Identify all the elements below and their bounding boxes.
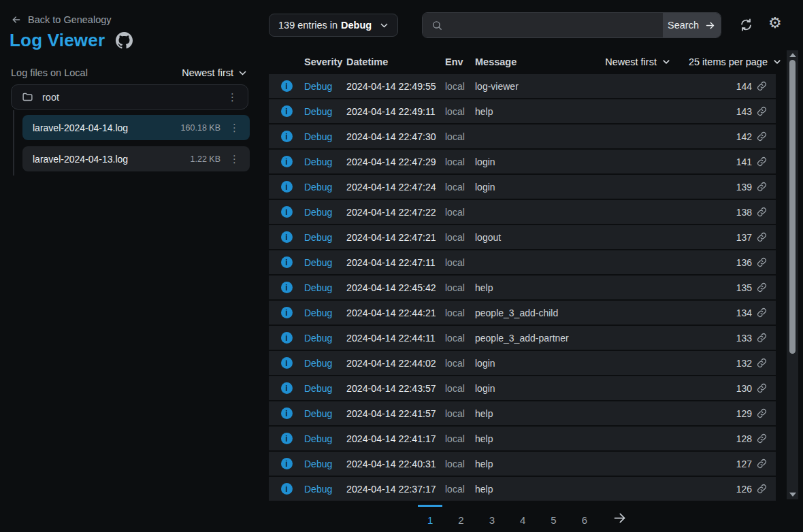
log-file-item[interactable]: laravel-2024-04-14.log 160.18 KB ⋮ xyxy=(22,115,250,140)
log-entry-row[interactable]: i Debug 2024-04-14 22:44:21 local people… xyxy=(269,301,776,325)
log-entry-row[interactable]: i Debug 2024-04-14 22:37:17 local help 1… xyxy=(269,477,776,501)
scrollbar-thumb[interactable] xyxy=(789,60,796,354)
search-input[interactable] xyxy=(423,13,663,37)
link-icon[interactable] xyxy=(757,408,767,418)
files-sort-label: Newest first xyxy=(182,67,233,78)
log-entry-row[interactable]: i Debug 2024-04-14 22:45:42 local help 1… xyxy=(269,276,776,299)
refresh-button[interactable] xyxy=(739,18,753,32)
log-entry-row[interactable]: i Debug 2024-04-14 22:41:57 local help 1… xyxy=(269,401,776,425)
severity-link[interactable]: Debug xyxy=(304,307,346,318)
log-entry-row[interactable]: i Debug 2024-04-14 22:47:11 local 136 xyxy=(269,250,776,274)
file-menu-button[interactable]: ⋮ xyxy=(229,154,240,164)
folder-menu-button[interactable]: ⋮ xyxy=(227,92,237,102)
link-icon[interactable] xyxy=(757,182,767,192)
log-entry-meta: 136 xyxy=(736,257,776,268)
log-entry-row[interactable]: i Debug 2024-04-14 22:40:31 local help 1… xyxy=(269,452,776,476)
search-bar: Search xyxy=(422,12,721,38)
severity-link[interactable]: Debug xyxy=(304,156,346,167)
log-entry-row[interactable]: i Debug 2024-04-14 22:49:55 local log-vi… xyxy=(269,74,776,98)
link-icon[interactable] xyxy=(757,333,767,343)
link-icon[interactable] xyxy=(757,232,767,242)
file-menu-button[interactable]: ⋮ xyxy=(229,122,240,133)
link-icon[interactable] xyxy=(757,282,767,293)
log-entry-row[interactable]: i Debug 2024-04-14 22:44:11 local people… xyxy=(269,326,776,350)
log-index: 135 xyxy=(736,282,752,293)
log-entry-row[interactable]: i Debug 2024-04-14 22:43:57 local login … xyxy=(269,376,776,400)
github-icon[interactable] xyxy=(116,32,133,49)
severity-icon-cell: i xyxy=(269,80,304,92)
severity-link[interactable]: Debug xyxy=(304,459,346,469)
settings-button[interactable]: ⚙ xyxy=(768,16,782,31)
log-entry-row[interactable]: i Debug 2024-04-14 22:47:24 local login … xyxy=(269,175,776,199)
severity-link[interactable]: Debug xyxy=(304,484,346,495)
per-page-label: 25 items per page xyxy=(689,56,768,67)
log-entry-row[interactable]: i Debug 2024-04-14 22:47:30 local 142 xyxy=(269,124,776,148)
log-file-item[interactable]: laravel-2024-04-13.log 1.22 KB ⋮ xyxy=(22,146,250,171)
link-icon[interactable] xyxy=(757,207,767,217)
arrow-right-icon xyxy=(704,20,716,31)
info-icon: i xyxy=(281,483,293,495)
folder-item-root[interactable]: root ⋮ xyxy=(11,84,248,110)
scroll-up-arrow[interactable] xyxy=(789,53,796,57)
log-message: people_3_add-child xyxy=(475,307,736,318)
scrollbar-track[interactable] xyxy=(787,50,798,499)
severity-link[interactable]: Debug xyxy=(304,207,346,218)
severity-link[interactable]: Debug xyxy=(304,433,346,444)
pagination-page[interactable]: 5 xyxy=(541,505,566,526)
info-icon: i xyxy=(281,282,293,293)
severity-link[interactable]: Debug xyxy=(304,383,346,394)
link-icon[interactable] xyxy=(757,383,767,393)
log-entry-meta: 132 xyxy=(736,358,776,369)
severity-link[interactable]: Debug xyxy=(304,182,346,193)
severity-link[interactable]: Debug xyxy=(304,282,346,293)
log-entry-meta: 143 xyxy=(736,106,776,117)
pagination-page[interactable]: 4 xyxy=(510,505,535,526)
scroll-down-arrow[interactable] xyxy=(789,493,796,497)
pagination-next-button[interactable] xyxy=(603,505,627,525)
log-index: 138 xyxy=(736,207,752,218)
log-datetime: 2024-04-14 22:40:31 xyxy=(346,459,445,469)
files-sort-dropdown[interactable]: Newest first xyxy=(182,67,247,78)
log-entry-meta: 129 xyxy=(736,408,776,419)
severity-link[interactable]: Debug xyxy=(304,358,346,369)
severity-link[interactable]: Debug xyxy=(304,81,346,92)
log-entry-meta: 127 xyxy=(736,459,776,469)
link-icon[interactable] xyxy=(757,156,767,167)
severity-icon-cell: i xyxy=(269,105,304,117)
link-icon[interactable] xyxy=(757,433,767,444)
log-entry-row[interactable]: i Debug 2024-04-14 22:47:29 local login … xyxy=(269,150,776,173)
link-icon[interactable] xyxy=(757,307,767,318)
log-index: 132 xyxy=(736,358,752,369)
entries-level-dropdown[interactable]: 139 entries in Debug xyxy=(269,14,398,37)
severity-link[interactable]: Debug xyxy=(304,131,346,142)
link-icon[interactable] xyxy=(757,81,767,91)
log-datetime: 2024-04-14 22:41:57 xyxy=(346,408,445,419)
link-icon[interactable] xyxy=(757,131,767,142)
search-button[interactable]: Search xyxy=(663,13,721,37)
per-page-dropdown[interactable]: 25 items per page xyxy=(689,56,781,67)
link-icon[interactable] xyxy=(757,484,767,494)
link-icon[interactable] xyxy=(757,257,767,267)
pagination-page[interactable]: 6 xyxy=(572,505,597,526)
log-entry-row[interactable]: i Debug 2024-04-14 22:47:22 local 138 xyxy=(269,200,776,224)
link-icon[interactable] xyxy=(757,459,767,469)
info-icon: i xyxy=(281,256,293,268)
severity-link[interactable]: Debug xyxy=(304,408,346,419)
severity-link[interactable]: Debug xyxy=(304,257,346,268)
log-entry-row[interactable]: i Debug 2024-04-14 22:47:21 local logout… xyxy=(269,225,776,249)
log-entry-row[interactable]: i Debug 2024-04-14 22:49:11 local help 1… xyxy=(269,99,776,123)
table-sort-dropdown[interactable]: Newest first xyxy=(605,56,670,67)
severity-link[interactable]: Debug xyxy=(304,333,346,344)
back-link[interactable]: Back to Genealogy xyxy=(11,14,112,25)
log-entry-row[interactable]: i Debug 2024-04-14 22:44:02 local login … xyxy=(269,351,776,375)
link-icon[interactable] xyxy=(757,358,767,368)
pagination-page[interactable]: 1 xyxy=(418,505,442,526)
pagination-page[interactable]: 3 xyxy=(480,505,504,526)
info-icon: i xyxy=(281,408,293,419)
link-icon[interactable] xyxy=(757,106,767,116)
log-index: 127 xyxy=(736,459,752,469)
severity-link[interactable]: Debug xyxy=(304,232,346,243)
pagination-page[interactable]: 2 xyxy=(448,505,473,526)
severity-link[interactable]: Debug xyxy=(304,106,346,117)
log-entry-row[interactable]: i Debug 2024-04-14 22:41:17 local help 1… xyxy=(269,427,776,450)
